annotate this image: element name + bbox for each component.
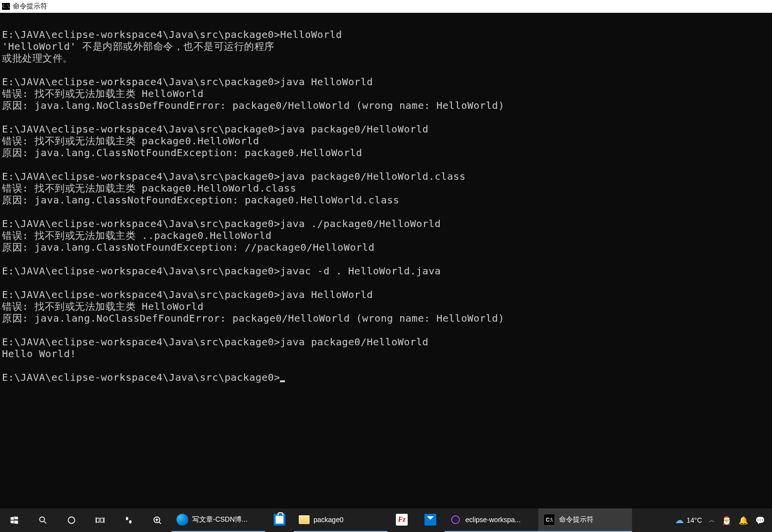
tray-overflow-button[interactable]: ︿	[709, 516, 715, 525]
cloud-icon: ☁	[675, 515, 684, 526]
svg-point-0	[39, 517, 44, 522]
taskbar-app-filezilla[interactable]: Fz	[387, 508, 416, 532]
search-icon	[38, 515, 48, 525]
mail-icon	[424, 514, 436, 526]
svg-point-2	[68, 517, 74, 523]
task-view-button[interactable]	[86, 508, 114, 532]
store-icon	[274, 514, 285, 526]
filezilla-icon: Fz	[396, 514, 408, 526]
edge-icon	[176, 514, 188, 526]
eclipse-icon	[450, 514, 461, 526]
cmd-title-icon: C:\	[2, 3, 10, 10]
terminal-prompt: E:\JAVA\eclipse-workspace4\Java\src\pack…	[2, 371, 280, 383]
taskbar-app-label: package0	[314, 516, 344, 524]
temperature-text: 14°C	[687, 516, 702, 524]
taskbar: 写文章-CSDN博... package0 Fz eclipse-workspa…	[0, 508, 772, 532]
task-view-icon	[95, 515, 105, 525]
terminal-output[interactable]: E:\JAVA\eclipse-workspace4\Java\src\pack…	[0, 13, 772, 508]
copilot-icon	[124, 515, 134, 525]
cortana-button[interactable]	[57, 508, 86, 532]
terminal-cursor	[280, 380, 285, 382]
start-button[interactable]	[0, 508, 29, 532]
system-tray: ☁ 14°C ︿ 🎅 🔔 💬	[668, 508, 772, 532]
windows-icon	[9, 515, 19, 525]
svg-line-10	[159, 522, 161, 524]
taskbar-app-edge[interactable]: 写文章-CSDN博...	[172, 508, 265, 532]
copilot-button[interactable]	[114, 508, 143, 532]
svg-line-1	[44, 522, 46, 524]
taskbar-app-store[interactable]	[265, 508, 294, 532]
taskbar-app-explorer[interactable]: package0	[294, 508, 387, 532]
svg-rect-4	[101, 518, 104, 522]
taskbar-app-cmd[interactable]: C:\ 命令提示符	[538, 508, 632, 532]
title-bar[interactable]: C:\ 命令提示符	[0, 0, 772, 13]
action-center-button[interactable]: 💬	[755, 516, 765, 525]
magnifier-button[interactable]	[143, 508, 172, 532]
folder-icon	[299, 515, 310, 524]
taskbar-app-label: eclipse-workspa...	[465, 516, 521, 524]
taskbar-app-label: 写文章-CSDN博...	[192, 515, 247, 524]
window-title: 命令提示符	[13, 2, 47, 11]
weather-widget[interactable]: ☁ 14°C	[675, 515, 702, 526]
svg-rect-3	[97, 518, 100, 522]
taskbar-app-mail[interactable]	[416, 508, 445, 532]
magnifier-icon	[152, 515, 162, 525]
tray-app-icon[interactable]: 🎅	[722, 516, 732, 525]
cmd-icon: C:\	[543, 514, 555, 526]
taskbar-app-label: 命令提示符	[559, 515, 594, 524]
circle-icon	[67, 515, 76, 525]
terminal-text: E:\JAVA\eclipse-workspace4\Java\src\pack…	[2, 29, 504, 360]
search-button[interactable]	[29, 508, 57, 532]
notifications-button[interactable]: 🔔	[738, 516, 748, 525]
taskbar-app-eclipse[interactable]: eclipse-workspa...	[445, 508, 538, 532]
